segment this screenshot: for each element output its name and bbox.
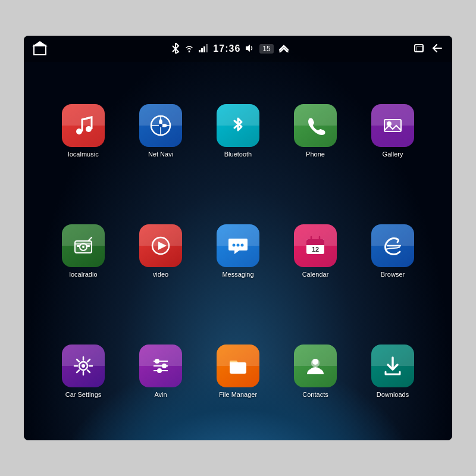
svg-rect-5 <box>416 46 422 51</box>
contacts-label: Contacts <box>302 391 328 398</box>
status-right <box>414 44 443 54</box>
svg-point-26 <box>241 244 244 247</box>
localradio-icon <box>62 224 105 267</box>
svg-point-17 <box>82 246 84 248</box>
app-filemanager[interactable]: File Manager <box>202 345 274 398</box>
status-center: 17:36 15 <box>171 43 289 55</box>
app-bluetooth[interactable]: Bluetooth <box>202 104 274 158</box>
svg-rect-3 <box>206 44 208 52</box>
browser-label: Browser <box>381 271 405 278</box>
signal-status-icon <box>199 44 208 54</box>
phone-icon <box>294 104 337 147</box>
localmusic-icon <box>62 104 105 147</box>
app-contacts[interactable]: Contacts <box>280 345 351 398</box>
recent-apps-icon[interactable] <box>414 44 425 54</box>
avin-label: Avin <box>154 391 167 398</box>
calendar-label: Calendar <box>302 271 329 278</box>
app-gallery[interactable]: Gallery <box>357 104 428 158</box>
messaging-label: Messaging <box>222 271 253 278</box>
gallery-label: Gallery <box>383 151 403 158</box>
app-calendar[interactable]: 12 Calendar <box>280 224 351 278</box>
svg-line-43 <box>77 370 79 372</box>
svg-point-25 <box>237 244 240 247</box>
svg-rect-20 <box>87 245 90 247</box>
svg-line-42 <box>87 359 90 362</box>
status-left <box>33 42 46 55</box>
svg-point-48 <box>162 364 167 368</box>
wifi-status-icon <box>184 45 194 54</box>
app-netnavi[interactable]: Net Navi <box>125 104 196 158</box>
bluetooth-icon <box>217 104 259 147</box>
app-phone[interactable]: Phone <box>280 104 351 158</box>
svg-line-40 <box>77 359 79 362</box>
app-video[interactable]: video <box>125 224 196 278</box>
nav-up-icon <box>278 44 289 54</box>
app-avin[interactable]: Avin <box>125 345 196 398</box>
svg-line-41 <box>87 370 90 372</box>
messaging-icon <box>217 224 259 267</box>
netnavi-icon <box>139 104 182 147</box>
video-label: video <box>153 271 168 278</box>
video-icon <box>139 224 182 267</box>
app-carsettings[interactable]: Car Settings <box>48 345 119 398</box>
svg-rect-1 <box>201 48 203 52</box>
volume-status-icon <box>245 44 255 54</box>
bluetooth-label: Bluetooth <box>224 151 252 158</box>
app-browser[interactable]: Browser <box>357 224 428 278</box>
filemanager-label: File Manager <box>219 391 257 398</box>
app-downloads[interactable]: Downloads <box>357 345 428 398</box>
app-messaging[interactable]: Messaging <box>202 224 274 278</box>
svg-point-49 <box>157 368 162 373</box>
carsettings-label: Car Settings <box>65 391 102 398</box>
svg-rect-0 <box>199 50 201 52</box>
contacts-icon <box>294 345 337 387</box>
svg-point-12 <box>159 124 162 127</box>
svg-point-35 <box>82 364 85 368</box>
time-display: 17:36 <box>213 43 240 54</box>
carsettings-icon <box>62 345 105 387</box>
svg-rect-4 <box>415 45 423 52</box>
svg-rect-19 <box>77 245 80 247</box>
avin-icon <box>139 345 182 387</box>
home-icon <box>33 45 46 55</box>
svg-rect-2 <box>203 46 205 52</box>
calendar-icon: 12 <box>294 224 337 267</box>
gallery-icon <box>371 104 414 147</box>
phone-label: Phone <box>306 151 325 158</box>
svg-line-8 <box>82 117 92 120</box>
status-bar: 17:36 15 <box>24 36 452 62</box>
filemanager-icon <box>217 345 259 387</box>
svg-point-24 <box>233 244 236 247</box>
svg-text:12: 12 <box>312 246 319 253</box>
downloads-icon <box>371 345 414 387</box>
app-localmusic[interactable]: localmusic <box>48 104 119 158</box>
app-localradio[interactable]: localradio <box>48 224 119 278</box>
bluetooth-status-icon <box>171 43 180 55</box>
svg-point-47 <box>155 359 159 364</box>
localradio-label: localradio <box>69 271 97 278</box>
downloads-label: Downloads <box>377 391 409 398</box>
device-frame: 17:36 15 <box>24 36 452 440</box>
localmusic-label: localmusic <box>68 151 98 158</box>
svg-point-52 <box>312 359 318 365</box>
back-icon[interactable] <box>432 44 443 54</box>
app-grid: localmusic Net Navi Bluet <box>24 62 452 440</box>
svg-rect-29 <box>306 243 324 245</box>
volume-level: 15 <box>259 44 273 54</box>
netnavi-label: Net Navi <box>148 151 173 158</box>
browser-icon <box>371 224 414 267</box>
